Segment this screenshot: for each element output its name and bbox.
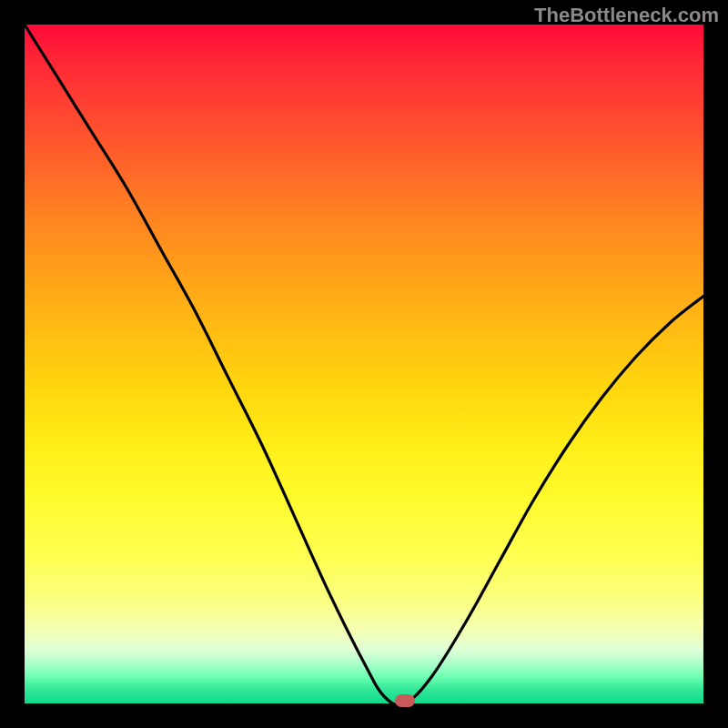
plot-area: [25, 25, 703, 703]
chart-frame: TheBottleneck.com: [0, 0, 728, 728]
minimum-marker: [395, 694, 415, 707]
bottleneck-curve: [25, 25, 703, 703]
watermark-text: TheBottleneck.com: [534, 4, 719, 27]
